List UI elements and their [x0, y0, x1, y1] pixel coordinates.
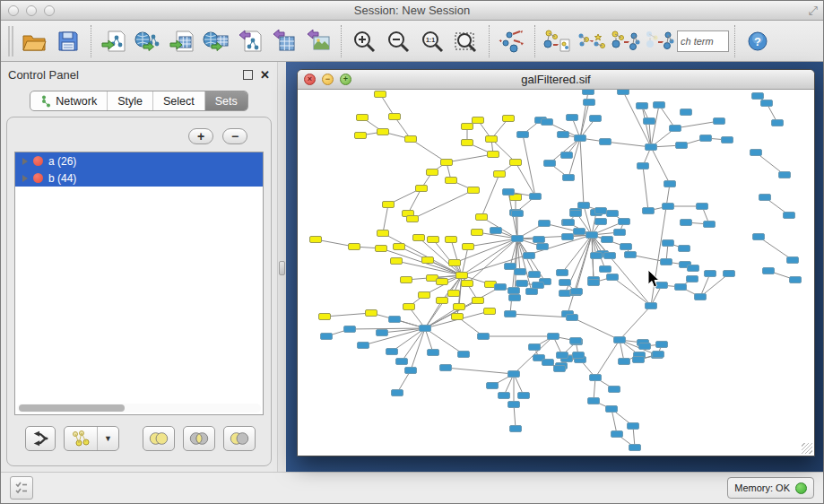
graph-node[interactable]	[629, 445, 641, 451]
open-session-button[interactable]	[17, 24, 51, 58]
tab-network[interactable]: Network	[30, 91, 108, 110]
graph-node[interactable]	[620, 244, 632, 250]
graph-node[interactable]	[695, 294, 707, 300]
graph-node[interactable]	[643, 208, 655, 214]
graph-node[interactable]	[697, 204, 708, 210]
graph-node[interactable]	[499, 393, 510, 399]
graph-node[interactable]	[476, 214, 488, 221]
graph-node[interactable]	[595, 208, 607, 214]
graph-node[interactable]	[517, 132, 529, 138]
graph-node[interactable]	[574, 229, 585, 235]
graph-node[interactable]	[452, 314, 464, 320]
graph-node[interactable]	[646, 303, 657, 309]
graph-node[interactable]	[488, 152, 499, 158]
dropdown-arrow-icon[interactable]: ▼	[97, 427, 118, 450]
disclosure-triangle-icon[interactable]	[22, 158, 28, 165]
graph-node[interactable]	[437, 298, 448, 304]
graph-node[interactable]	[675, 284, 687, 291]
graph-node[interactable]	[595, 219, 607, 225]
graph-node[interactable]	[561, 152, 573, 159]
zoom-out-button[interactable]	[381, 24, 415, 58]
graph-node[interactable]	[714, 118, 725, 125]
graph-node[interactable]	[606, 406, 618, 413]
graph-node[interactable]	[676, 143, 688, 149]
graph-edge[interactable]	[411, 139, 447, 162]
graph-node[interactable]	[558, 132, 569, 138]
graph-node[interactable]	[614, 230, 626, 236]
graph-node[interactable]	[609, 387, 620, 393]
graph-node[interactable]	[663, 204, 674, 210]
graph-node[interactable]	[583, 90, 594, 95]
graph-node[interactable]	[468, 187, 480, 194]
graph-edge[interactable]	[425, 328, 433, 352]
graph-node[interactable]	[563, 175, 575, 181]
graph-node[interactable]	[510, 426, 522, 432]
list-item-set-b[interactable]: b (44)	[15, 169, 263, 187]
graph-node[interactable]	[376, 246, 387, 252]
add-set-button[interactable]: +	[188, 128, 213, 144]
close-panel-button[interactable]: ✕	[260, 69, 270, 81]
graph-node[interactable]	[530, 194, 542, 200]
graph-node[interactable]	[704, 222, 716, 228]
graph-node[interactable]	[512, 236, 524, 242]
graph-edge[interactable]	[462, 247, 468, 275]
graph-node[interactable]	[638, 163, 649, 169]
graph-node[interactable]	[428, 350, 439, 356]
graph-node[interactable]	[681, 220, 692, 226]
export-table-button[interactable]	[267, 24, 301, 58]
graph-node[interactable]	[394, 244, 405, 250]
graph-node[interactable]	[761, 100, 773, 107]
graph-node[interactable]	[600, 266, 611, 273]
graph-node[interactable]	[529, 344, 541, 351]
graph-node[interactable]	[358, 343, 369, 349]
graph-node[interactable]	[377, 129, 389, 135]
network-view-window[interactable]: × − + galFiltered.sif	[297, 69, 815, 456]
graph-node[interactable]	[505, 311, 516, 317]
graph-node[interactable]	[526, 289, 538, 295]
import-table-file-button[interactable]	[165, 24, 199, 58]
graph-edge[interactable]	[411, 328, 425, 370]
graph-node[interactable]	[588, 280, 600, 286]
graph-node[interactable]	[591, 253, 603, 259]
graph-node[interactable]	[688, 265, 699, 272]
graph-node[interactable]	[759, 195, 771, 201]
graph-node[interactable]	[586, 232, 598, 239]
graph-node[interactable]	[537, 244, 549, 250]
graph-edge[interactable]	[516, 162, 535, 196]
graph-node[interactable]	[611, 431, 623, 438]
graph-node[interactable]	[664, 181, 676, 187]
graph-node[interactable]	[463, 244, 474, 250]
graph-node[interactable]	[752, 93, 764, 100]
disclosure-triangle-icon[interactable]	[22, 175, 28, 182]
graph-edge[interactable]	[568, 235, 592, 314]
graph-node[interactable]	[473, 298, 484, 304]
graph-node[interactable]	[646, 144, 657, 151]
first-neighbors-button[interactable]	[609, 24, 643, 58]
graph-node[interactable]	[784, 213, 795, 219]
split-sets-button[interactable]	[25, 426, 56, 451]
graph-node[interactable]	[763, 268, 775, 274]
graph-node[interactable]	[321, 334, 333, 340]
graph-edge[interactable]	[675, 121, 719, 128]
window-resize-grip[interactable]	[802, 443, 812, 454]
graph-node[interactable]	[542, 360, 554, 366]
memory-status-button[interactable]: Memory: OK	[727, 477, 814, 499]
graph-node[interactable]	[508, 371, 520, 378]
graph-node[interactable]	[573, 352, 585, 359]
graph-node[interactable]	[515, 269, 526, 275]
graph-node[interactable]	[600, 139, 611, 145]
graph-node[interactable]	[377, 330, 388, 336]
toolbar-grip[interactable]	[8, 26, 13, 56]
graph-node[interactable]	[389, 114, 401, 120]
graph-edge[interactable]	[325, 313, 371, 317]
graph-node[interactable]	[377, 230, 389, 237]
graph-edge[interactable]	[481, 174, 499, 217]
list-item-set-a[interactable]: a (26)	[15, 152, 263, 169]
graph-node[interactable]	[639, 343, 651, 350]
export-image-button[interactable]	[301, 24, 335, 58]
graph-node[interactable]	[787, 257, 799, 264]
import-network-url-button[interactable]	[131, 24, 165, 58]
graph-node[interactable]	[349, 244, 360, 250]
graph-edge[interactable]	[447, 154, 493, 162]
graph-node[interactable]	[516, 281, 528, 287]
